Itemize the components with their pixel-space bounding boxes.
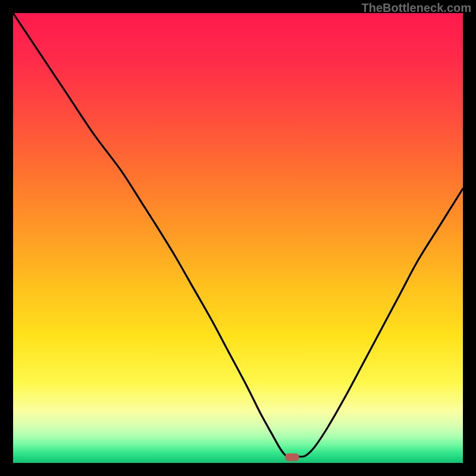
bottleneck-chart-svg — [13, 13, 463, 463]
plot-area — [13, 13, 463, 463]
optimal-point-marker — [285, 453, 299, 461]
chart-frame: TheBottleneck.com — [0, 0, 476, 476]
gradient-background — [13, 13, 463, 463]
bottleneck-curve — [13, 13, 463, 457]
